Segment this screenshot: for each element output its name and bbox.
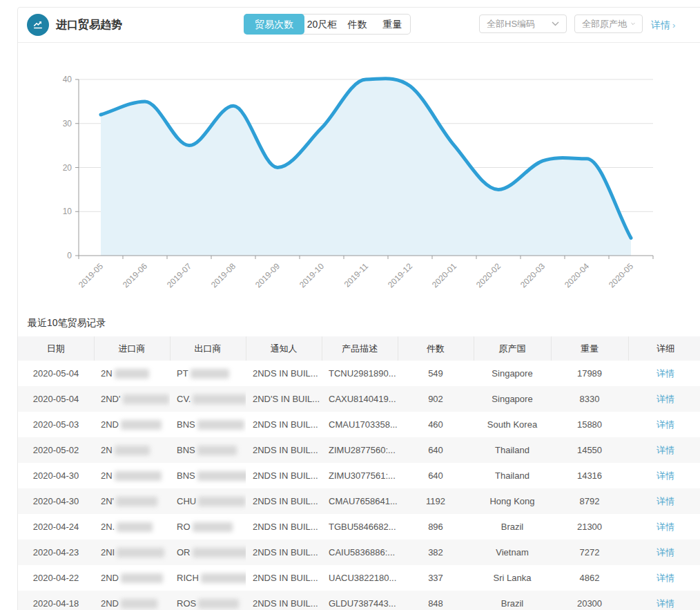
page-title: 进口贸易趋势 <box>56 8 122 42</box>
importer_prefix-text: 2N <box>101 445 113 455</box>
header-detail-link[interactable]: 详情› <box>651 8 675 43</box>
date-text: 2020-04-23 <box>33 547 79 557</box>
x-axis-label: 2019-10 <box>298 261 326 289</box>
x-axis-label: 2019-07 <box>165 261 193 289</box>
notify-text: 2NDS IN BUIL... <box>253 368 318 379</box>
cell-notify: 2NDS IN BUIL... <box>246 565 322 591</box>
weight-text: 20300 <box>577 598 602 609</box>
pieces-text: 640 <box>428 470 443 481</box>
chevron-right-icon: › <box>672 20 675 30</box>
cell-pieces: 848 <box>398 591 474 610</box>
table-row: 2020-05-042ND'CV.2ND'S IN BUIL...CAXU814… <box>18 386 700 412</box>
origin-text: Brazil <box>501 598 524 609</box>
row-detail-link[interactable]: 详情 <box>657 445 674 455</box>
x-axis-label: 2019-09 <box>253 261 282 289</box>
cell-origin: Hong Kong <box>474 488 551 514</box>
table-row: 2020-04-232NIOR2NDS IN BUIL...CAIU583688… <box>18 540 700 565</box>
cell-exporter_prefix: BNS <box>170 463 246 488</box>
cell-notify: 2NDS IN BUIL... <box>246 463 322 488</box>
cell-date: 2020-05-02 <box>18 437 94 463</box>
redacted-importer-name <box>116 497 157 506</box>
column-header-0: 日期 <box>18 336 94 361</box>
row-detail-link[interactable]: 详情 <box>657 394 674 404</box>
x-axis-label: 2020-03 <box>518 261 547 289</box>
row-detail-link[interactable]: 详情 <box>657 496 674 506</box>
cell-date: 2020-04-23 <box>18 540 94 565</box>
origin-text: Singapore <box>492 368 532 379</box>
y-axis-label: 20 <box>63 163 72 173</box>
chevron-down-icon <box>631 21 635 26</box>
cell-weight: 8792 <box>551 488 628 514</box>
tab-2[interactable]: 件数 <box>340 15 375 34</box>
y-axis-label: 30 <box>63 119 72 128</box>
cell-importer_prefix: 2N <box>94 437 170 463</box>
origin-select[interactable]: 全部原产地 <box>574 15 643 33</box>
cell-product: CAIU5836886:... <box>322 540 398 565</box>
cell-exporter_prefix: BNS <box>170 437 246 463</box>
redacted-importer-name <box>121 573 163 583</box>
product-text: CAIU5836886:... <box>329 547 395 557</box>
trend-area-chart: 0102030402019-052019-062019-072019-08201… <box>18 43 700 309</box>
y-axis-label: 0 <box>67 251 72 260</box>
metric-tab-group: 贸易次数20尺柜件数重量 <box>244 14 411 35</box>
cell-product: GLDU7387443... <box>322 591 398 610</box>
cell-date: 2020-04-30 <box>18 463 94 488</box>
hs-code-select[interactable]: 全部HS编码 <box>479 15 567 33</box>
trend-chart-canvas: 0102030402019-052019-062019-072019-08201… <box>18 43 700 309</box>
cell-exporter_prefix: BNS <box>170 412 246 437</box>
exporter_prefix-text: BNS <box>177 419 195 430</box>
column-header-2: 出口商 <box>170 336 246 361</box>
cell-importer_prefix: 2N. <box>94 514 170 540</box>
cell-detail: 详情 <box>628 540 700 565</box>
row-detail-link[interactable]: 详情 <box>657 419 674 430</box>
cell-product: CMAU1703358... <box>322 412 398 437</box>
tab-0-active[interactable]: 贸易次数 <box>244 14 304 35</box>
cell-importer_prefix: 2N' <box>94 488 170 514</box>
row-detail-link[interactable]: 详情 <box>657 598 674 609</box>
x-axis-label: 2019-11 <box>342 261 371 289</box>
table-row: 2020-04-222NDRICH2NDS IN BUIL...UACU3822… <box>18 565 700 591</box>
table-title: 最近10笔贸易记录 <box>28 317 700 330</box>
redacted-importer-name <box>121 599 157 609</box>
redacted-exporter-name <box>201 573 246 583</box>
row-detail-link[interactable]: 详情 <box>657 547 674 557</box>
cell-detail: 详情 <box>628 412 700 437</box>
row-detail-link[interactable]: 详情 <box>657 573 674 583</box>
cell-origin: Brazil <box>474 591 551 610</box>
redacted-exporter-name <box>198 497 246 506</box>
importer_prefix-text: 2ND <box>101 419 119 430</box>
date-text: 2020-05-04 <box>33 368 79 379</box>
tab-1[interactable]: 20尺柜 <box>304 15 340 34</box>
chevron-down-icon <box>552 21 559 26</box>
cell-notify: 2NDS IN BUIL... <box>246 437 322 463</box>
origin-text: Hong Kong <box>489 496 534 506</box>
cell-weight: 8330 <box>551 386 628 412</box>
exporter_prefix-text: PT <box>177 368 188 379</box>
notify-text: 2NDS IN BUIL... <box>253 522 318 532</box>
x-axis-label: 2019-05 <box>77 261 105 289</box>
cell-weight: 14316 <box>551 463 628 488</box>
cell-origin: Singapore <box>474 386 551 412</box>
origin-text: Singapore <box>492 394 532 404</box>
weight-text: 8330 <box>580 394 600 404</box>
cell-weight: 17989 <box>551 361 628 386</box>
cell-product: TGBU5846682... <box>322 514 398 540</box>
cell-weight: 4862 <box>551 565 628 591</box>
cell-product: UACU3822180... <box>322 565 398 591</box>
row-detail-link[interactable]: 详情 <box>657 522 674 532</box>
cell-detail: 详情 <box>628 591 700 610</box>
date-text: 2020-04-30 <box>33 470 79 481</box>
cell-date: 2020-05-04 <box>18 361 94 386</box>
pieces-text: 848 <box>428 598 443 609</box>
table-header-row: 日期进口商出口商通知人产品描述件数原产国重量详细 <box>18 336 700 361</box>
product-text: CMAU1703358... <box>329 419 398 430</box>
product-text: TCNU2981890... <box>329 368 396 379</box>
column-header-3: 通知人 <box>246 336 322 361</box>
tab-3[interactable]: 重量 <box>375 15 410 34</box>
row-detail-link[interactable]: 详情 <box>657 470 674 481</box>
notify-text: 2NDS IN BUIL... <box>253 547 318 557</box>
weight-text: 21300 <box>577 522 602 532</box>
cell-notify: 2NDS IN BUIL... <box>246 488 322 514</box>
cell-pieces: 549 <box>398 361 474 386</box>
row-detail-link[interactable]: 详情 <box>657 368 674 379</box>
